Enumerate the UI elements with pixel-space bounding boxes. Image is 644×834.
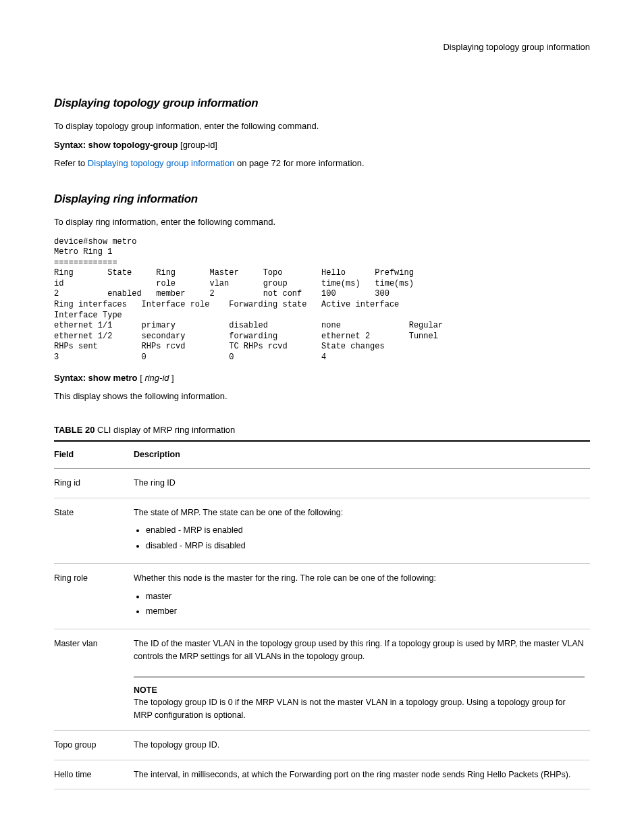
cell-desc: The state of MRP. The state can be one o… <box>134 498 590 563</box>
section-title-ring: Displaying ring information <box>54 190 590 208</box>
table-row: Hello time The interval, in milliseconds… <box>54 760 590 789</box>
section2-intro: To display ring information, enter the f… <box>54 215 590 229</box>
list-item: enabled - MRP is enabled <box>146 524 585 537</box>
cell-field: Ring id <box>54 468 134 498</box>
cell-desc: The topology group ID. <box>134 730 590 760</box>
cell-field: Master vlan <box>54 629 134 731</box>
table-row: Master vlan The ID of the master VLAN in… <box>54 629 590 731</box>
table-title: CLI display of MRP ring information <box>97 425 235 435</box>
section2-desc: This display shows the following informa… <box>54 390 590 403</box>
list-item: master <box>146 590 585 603</box>
syntax-label-2: Syntax: show metro <box>54 373 138 383</box>
cell-desc: Whether this node is the master for the … <box>134 563 590 629</box>
table-header-row: Field Description <box>54 441 590 468</box>
section2-syntax: Syntax: show metro [ ring-id ] <box>54 371 590 385</box>
syntax-label-1: Syntax: show topology-group <box>54 140 178 150</box>
syntax-arg-1: [group-id] <box>178 140 217 150</box>
table-row: Ring id The ring ID <box>54 468 590 498</box>
syntax-arg-2: ring-id <box>144 373 169 383</box>
cell-field: Topo group <box>54 730 134 760</box>
refer-prefix: Refer to <box>54 158 88 168</box>
table-row: State The state of MRP. The state can be… <box>54 498 590 563</box>
section1-intro: To display topology group information, e… <box>54 120 590 133</box>
cell-field: Hello time <box>54 760 134 789</box>
cell-desc: The interval, in milliseconds, at which … <box>134 760 590 789</box>
note-text: The topology group ID is 0 if the MRP VL… <box>134 696 585 722</box>
cell-desc-text: The ID of the master VLAN in the topolog… <box>134 637 585 663</box>
refer-link[interactable]: Displaying topology group information <box>88 158 235 168</box>
cell-desc: The ring ID <box>134 468 590 498</box>
cell-desc-text: The state of MRP. The state can be one o… <box>134 508 343 517</box>
list-item: member <box>146 605 585 618</box>
desc-list: enabled - MRP is enabled disabled - MRP … <box>134 524 585 552</box>
table-number: TABLE 20 <box>54 425 97 435</box>
table-row: Topo group The topology group ID. <box>54 730 590 760</box>
page-header-right: Displaying topology group information <box>54 41 590 54</box>
refer-suffix: on page 72 for more information. <box>234 158 364 168</box>
section-title-topology: Displaying topology group information <box>54 95 590 112</box>
table-row: Ring role Whether this node is the maste… <box>54 563 590 629</box>
section1-refer: Refer to Displaying topology group infor… <box>54 157 590 170</box>
syntax-bracket-close: ] <box>169 373 174 383</box>
cli-output: device#show metro Metro Ring 1 =========… <box>54 237 590 363</box>
th-description: Description <box>134 441 590 468</box>
syntax-bracket-open: [ <box>138 373 145 383</box>
cell-field: State <box>54 498 134 563</box>
note-block: NOTE The topology group ID is 0 if the M… <box>134 677 585 722</box>
cell-desc: The ID of the master VLAN in the topolog… <box>134 629 590 731</box>
cell-desc-text: Whether this node is the master for the … <box>134 573 436 583</box>
desc-list: master member <box>134 590 585 619</box>
table-caption: TABLE 20 CLI display of MRP ring informa… <box>54 423 590 437</box>
cell-field: Ring role <box>54 563 134 629</box>
info-table: Field Description Ring id The ring ID St… <box>54 440 590 789</box>
section1-syntax: Syntax: show topology-group [group-id] <box>54 138 590 152</box>
list-item: disabled - MRP is disabled <box>146 540 585 552</box>
note-label: NOTE <box>134 684 585 697</box>
th-field: Field <box>54 441 134 468</box>
